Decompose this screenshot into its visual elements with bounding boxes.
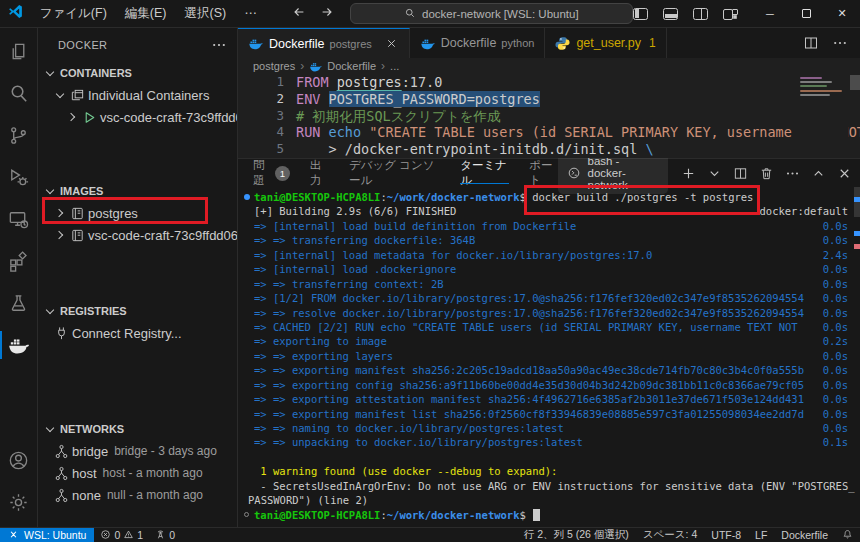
notifications-bell-icon[interactable] [835, 529, 860, 542]
account-icon[interactable] [0, 439, 38, 481]
tree-item-postgres[interactable]: postgres [38, 202, 237, 224]
section-header-images[interactable]: IMAGES [38, 180, 237, 202]
bottom-panel: 問題1出力デバッグ コンソールターミナルポート bash - docker-ne… [238, 158, 860, 527]
terminal-line: [+] Building 2.9s (6/6) FINISHEDdocker:d… [244, 204, 854, 218]
language-mode[interactable]: Dockerfile [774, 529, 835, 541]
split-terminal-icon[interactable] [733, 166, 748, 181]
close-panel-icon[interactable] [837, 166, 852, 181]
tree-item-connect-registry[interactable]: Connect Registry... [38, 322, 237, 344]
tree-item-vsc-code-craft-73c9ffdd06d[interactable]: vsc-code-craft-73c9ffdd06d... [38, 224, 237, 246]
run-debug-icon[interactable] [0, 156, 38, 198]
tree-item-label: vsc-code-craft-73c9ffdd06d... [88, 228, 237, 243]
command-center-search[interactable]: docker-network [WSL: Ubuntu] [350, 3, 633, 24]
remote-indicator[interactable]: WSL: Ubuntu [0, 528, 94, 542]
section-header-registries[interactable]: REGISTRIES [38, 300, 237, 322]
panel-tab-[interactable]: ターミナル [460, 159, 509, 187]
explorer-icon[interactable] [0, 30, 38, 72]
panel-tab-[interactable]: ポート [529, 159, 558, 187]
close-icon[interactable] [385, 37, 399, 51]
indentation[interactable]: スペース: 4 [636, 528, 704, 542]
docker-icon[interactable] [0, 324, 38, 366]
image-icon [70, 227, 86, 243]
minimap[interactable] [796, 74, 848, 158]
menu-item-f[interactable]: ファイル(F) [31, 2, 116, 25]
code-line: 3# 初期化用SQLスクリプトを作成 [238, 108, 860, 125]
terminal-line: => => exporting config sha256:a9f11b60be… [244, 378, 854, 392]
remote-explorer-icon[interactable] [0, 198, 38, 240]
build-step-time: 0.0s [823, 407, 854, 421]
tab-dockerfile-postgres[interactable]: Dockerfilepostgres [238, 28, 410, 58]
eol-sequence[interactable]: LF [748, 529, 774, 541]
ports-count: 0 [169, 529, 175, 541]
toggle-panel-icon[interactable] [663, 8, 678, 20]
tree-item-description: bridge - 3 days ago [114, 444, 217, 458]
terminal-line: => => transferring dockerfile: 364B0.0s [244, 233, 854, 247]
more-actions-icon[interactable] [211, 37, 227, 53]
split-editor-icon[interactable] [803, 35, 819, 51]
line-number: 4 [238, 124, 284, 141]
toggle-sidebar-icon[interactable] [633, 8, 648, 20]
customize-layout-icon[interactable] [723, 8, 738, 20]
terminal-line: 1 warning found (use docker --debug to e… [244, 464, 854, 478]
menu-item-e[interactable]: 編集(E) [116, 2, 176, 25]
encoding[interactable]: UTF-8 [704, 529, 748, 541]
panel-tab-label: ターミナル [460, 158, 509, 188]
back-arrow-icon[interactable] [292, 5, 306, 23]
terminal-line [244, 450, 854, 464]
problems-status[interactable]: 0 1 [94, 528, 149, 542]
editor-more-icon[interactable] [832, 35, 848, 51]
section-header-containers[interactable]: CONTAINERS [38, 62, 237, 84]
new-terminal-icon[interactable] [681, 166, 696, 181]
maximize-button[interactable] [788, 0, 824, 27]
panel-tab-[interactable]: デバッグ コンソール [349, 159, 440, 187]
terminal-scrollbar-slider[interactable] [854, 187, 860, 217]
breadcrumb-folder[interactable]: postgres [253, 60, 295, 72]
terminal-line: => exporting to image0.2s [244, 334, 854, 348]
code-text: FROM postgres:17.0 [296, 74, 442, 91]
chevron-down-icon [52, 87, 68, 103]
source-control-icon[interactable] [0, 114, 38, 156]
forward-arrow-icon[interactable] [320, 5, 334, 23]
panel-more-icon[interactable] [785, 166, 800, 181]
scrollbar-mark [854, 244, 860, 249]
extensions-icon[interactable] [0, 240, 38, 282]
testing-icon[interactable] [0, 282, 38, 324]
section-networks: NETWORKSbridgebridge - 3 days agohosthos… [38, 418, 237, 527]
maximize-panel-icon[interactable] [811, 166, 826, 181]
terminal[interactable]: tani@DESKTOP-HCPA8LI:~/work/docker-netwo… [238, 187, 860, 527]
menu-item-[interactable]: ⋯ [235, 2, 266, 25]
build-step-text: => CACHED [2/2] RUN echo "CREATE TABLE u… [254, 320, 823, 334]
close-window-button[interactable]: ✕ [824, 0, 860, 27]
tab-dockerfile-python[interactable]: Dockerfilepython [410, 28, 546, 58]
tree-item-bridge[interactable]: bridgebridge - 3 days ago [38, 440, 237, 462]
menu-item-s[interactable]: 選択(S) [176, 2, 236, 25]
kill-terminal-icon[interactable] [759, 166, 774, 181]
breadcrumb-symbol[interactable]: ... [390, 60, 399, 72]
panel-tab-[interactable]: 出力 [310, 159, 329, 187]
terminal-scrollbar[interactable] [854, 187, 860, 527]
section-label: IMAGES [60, 185, 103, 197]
build-step-text: => => exporting layers [254, 349, 823, 363]
cursor-position[interactable]: 行 2、列 5 (26 個選択) [517, 528, 636, 542]
tree-item-host[interactable]: hosthost - a month ago [38, 462, 237, 484]
minimize-button[interactable]: ─ [752, 0, 788, 27]
editor-scrollbar[interactable] [850, 75, 860, 90]
tree-item-none[interactable]: nonenull - a month ago [38, 484, 237, 506]
python-icon [555, 35, 571, 51]
terminal-dropdown-icon[interactable] [707, 166, 722, 181]
ports-status[interactable]: 0 [149, 528, 181, 542]
split-layout-icon[interactable] [693, 8, 708, 20]
breadcrumb-file[interactable]: Dockerfile [327, 60, 376, 72]
vscode-logo-icon [0, 3, 31, 24]
settings-icon[interactable] [0, 481, 38, 523]
tab-get-user-py[interactable]: get_user.py1 [545, 28, 666, 58]
panel-tab-[interactable]: 問題1 [253, 159, 290, 187]
minimap-line [800, 94, 830, 96]
tree-item-individual-containers[interactable]: Individual Containers [38, 84, 237, 106]
panel-tab-label: 出力 [310, 158, 329, 188]
terminal-line: tani@DESKTOP-HCPA8LI:~/work/docker-netwo… [244, 190, 854, 204]
section-header-networks[interactable]: NETWORKS [38, 418, 237, 440]
search-icon[interactable] [0, 72, 38, 114]
tree-item-vsc-code-craft-73c9ffdd06[interactable]: vsc-code-craft-73c9ffdd06... [38, 106, 237, 128]
code-editor[interactable]: 1FROM postgres:17.02ENV POSTGRES_PASSWOR… [238, 74, 860, 158]
